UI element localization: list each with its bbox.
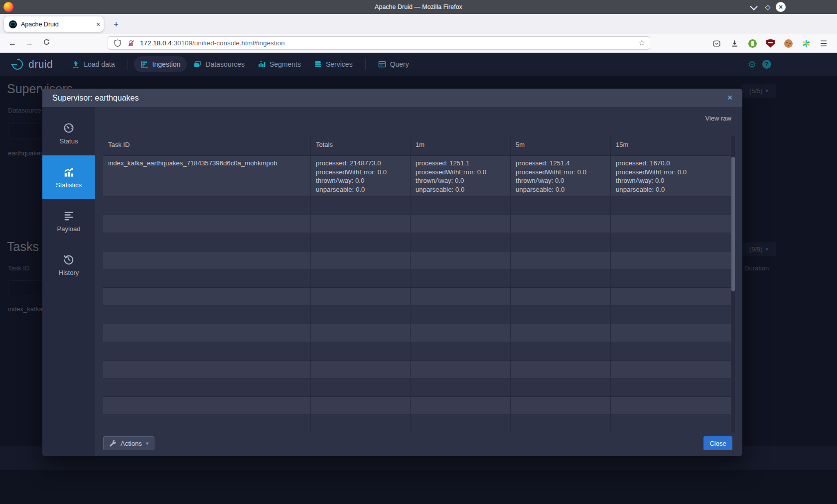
- cell-1m: processed: 1251.1 processedWithError: 0.…: [410, 156, 510, 196]
- empty-cell: [103, 397, 310, 415]
- maximize-button[interactable]: ◇: [762, 2, 773, 12]
- empty-cell: [310, 324, 410, 342]
- table-row-empty: [103, 397, 731, 415]
- browser-tab[interactable]: Apache Druid ×: [4, 16, 104, 32]
- cell-5m: processed: 1251.4 processedWithError: 0.…: [510, 156, 610, 196]
- column-header-1m[interactable]: 1m: [410, 134, 510, 155]
- empty-cell: [610, 288, 731, 306]
- empty-cell: [610, 397, 731, 415]
- empty-cell: [510, 397, 610, 415]
- screen: Apache Druid — Mozilla Firefox ◇ × Apach…: [0, 0, 837, 504]
- table-row-empty: [103, 361, 731, 379]
- new-tab-button[interactable]: +: [110, 18, 123, 31]
- stat-line: processedWithError: 0.0: [616, 168, 727, 177]
- table-row-empty: [103, 197, 731, 215]
- lock-crossed-icon[interactable]: [127, 39, 135, 47]
- empty-cell: [610, 342, 731, 360]
- tab-statistics[interactable]: Statistics: [42, 155, 95, 199]
- column-header-15m[interactable]: 15m: [610, 134, 731, 155]
- cell-15m: processed: 1670.0 processedWithError: 0.…: [610, 156, 731, 196]
- empty-cell: [410, 361, 510, 378]
- url-text: 172.18.0.4:30109/unified-console.html#in…: [140, 39, 284, 47]
- stat-line: processed: 1251.1: [416, 159, 506, 168]
- window-close-button[interactable]: ×: [776, 2, 786, 12]
- menu-icon[interactable]: ☰: [820, 39, 827, 48]
- table-row-empty: [103, 288, 731, 306]
- nav-item-query[interactable]: Query: [372, 56, 416, 72]
- url-bar[interactable]: 172.18.0.4:30109/unified-console.html#in…: [108, 36, 650, 50]
- application-icon: [378, 60, 386, 68]
- empty-cell: [410, 342, 510, 360]
- empty-cell: [510, 342, 610, 360]
- nav-item-services[interactable]: Services: [307, 56, 359, 72]
- multi-account-containers-icon[interactable]: [802, 39, 811, 48]
- stat-line: thrownAway: 0.0: [316, 176, 406, 185]
- empty-cell: [310, 342, 410, 360]
- privacy-badger-icon[interactable]: [748, 39, 757, 48]
- empty-cell: [103, 197, 310, 215]
- help-icon[interactable]: ?: [762, 60, 771, 69]
- nav-item-load-data[interactable]: Load data: [65, 56, 121, 72]
- ublock-origin-icon[interactable]: [766, 39, 775, 48]
- actions-button[interactable]: Actions ▾: [103, 436, 154, 450]
- column-header-totals[interactable]: Totals: [310, 134, 410, 155]
- table-row-empty: [103, 215, 731, 234]
- toolbar-extensions: ☰: [712, 37, 827, 50]
- stat-line: processed: 1670.0: [616, 159, 727, 168]
- tab-label: Status: [60, 137, 78, 145]
- view-raw-link[interactable]: View raw: [705, 115, 731, 122]
- empty-cell: [310, 415, 410, 433]
- stat-line: thrownAway: 0.0: [516, 176, 606, 185]
- nav-item-datasources[interactable]: Datasources: [187, 56, 251, 72]
- shield-icon[interactable]: [114, 39, 122, 47]
- empty-cell: [410, 252, 510, 269]
- column-header-5m[interactable]: 5m: [510, 134, 610, 155]
- tab-label: Statistics: [56, 181, 82, 189]
- empty-cell: [510, 378, 610, 396]
- empty-cell: [510, 252, 610, 269]
- empty-cell: [410, 288, 510, 306]
- empty-cell: [103, 342, 310, 360]
- multi-select-icon: [193, 60, 201, 68]
- close-button[interactable]: Close: [703, 436, 732, 450]
- nav-item-label: Segments: [270, 60, 301, 68]
- nav-item-segments[interactable]: Segments: [251, 56, 307, 72]
- forward-button[interactable]: →: [23, 37, 36, 50]
- stat-line: processedWithError: 0.0: [516, 168, 606, 177]
- nav-item-ingestion[interactable]: Ingestion: [134, 56, 187, 72]
- downloads-icon[interactable]: [730, 39, 739, 48]
- reload-button[interactable]: [40, 37, 53, 50]
- dialog-close-icon[interactable]: ×: [723, 92, 736, 105]
- cell-totals: processed: 2148773.0 processedWithError:…: [310, 156, 410, 196]
- upload-icon: [72, 60, 80, 68]
- tab-close-icon[interactable]: ×: [93, 20, 104, 28]
- druid-logo[interactable]: druid: [11, 58, 53, 71]
- cookie-autodelete-icon[interactable]: [784, 39, 793, 48]
- pocket-icon[interactable]: [712, 39, 721, 48]
- empty-cell: [310, 252, 410, 269]
- table-row-empty: [103, 233, 731, 252]
- empty-cell: [610, 306, 731, 324]
- nav-divider: [365, 59, 366, 70]
- dialog-side-tabs: Status Statistics Pay: [42, 107, 95, 456]
- empty-cell: [610, 378, 731, 396]
- column-header-task-id[interactable]: Task ID: [103, 134, 310, 155]
- minimize-button[interactable]: [749, 2, 760, 12]
- window-title: Apache Druid — Mozilla Firefox: [0, 0, 837, 14]
- tab-history[interactable]: History: [42, 243, 95, 287]
- tab-payload[interactable]: Payload: [42, 199, 95, 243]
- back-button[interactable]: ←: [6, 37, 19, 50]
- bookmark-star-icon[interactable]: ☆: [639, 38, 645, 47]
- druid-navbar: druid Load data Ingestion Da: [0, 53, 837, 76]
- empty-cell: [610, 269, 731, 287]
- empty-cell: [310, 269, 410, 287]
- gear-icon[interactable]: ⚙: [748, 59, 756, 70]
- tab-status[interactable]: Status: [42, 112, 95, 155]
- table-row-empty: [103, 415, 731, 433]
- stat-line: unparseable: 0.0: [316, 185, 406, 194]
- tab-label: Payload: [57, 225, 81, 233]
- scrollbar-thumb[interactable]: [731, 157, 735, 291]
- nav-divider: [59, 59, 59, 70]
- nav-divider: [128, 59, 128, 70]
- table-scrollbar[interactable]: [731, 136, 735, 433]
